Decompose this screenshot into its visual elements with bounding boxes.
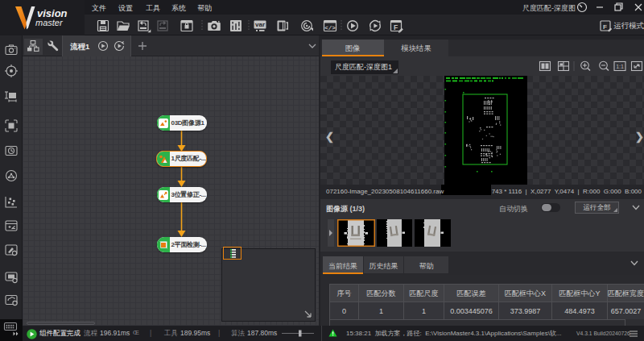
svg-text:1:1: 1:1: [616, 64, 624, 69]
svg-text:流程1: 流程1: [70, 42, 90, 51]
svg-text:master: master: [35, 18, 64, 27]
svg-text:F: F: [603, 23, 607, 31]
svg-text:</>: </>: [324, 25, 336, 31]
svg-text:F: F: [394, 23, 398, 31]
svg-text:运行模式: 运行模式: [613, 21, 644, 30]
svg-text:var: var: [255, 21, 265, 28]
